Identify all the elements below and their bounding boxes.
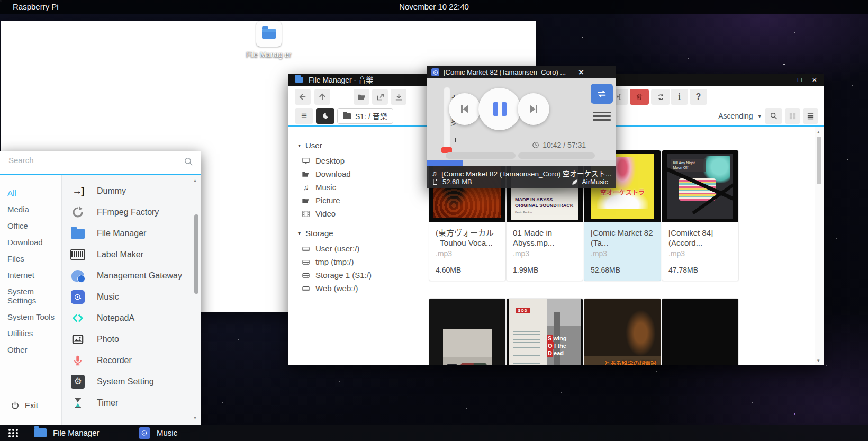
- app-item-ffmpeg-factory[interactable]: FFmpeg Factory: [62, 202, 192, 223]
- arrow-left-icon: [298, 92, 308, 102]
- download-button[interactable]: [391, 89, 406, 105]
- seek-segment[interactable]: [446, 152, 516, 159]
- scrollbar-thumb[interactable]: [194, 214, 198, 294]
- file-card-row2-3[interactable]: とある科学の超電磁砲 A Certain Scientific Railgun: [584, 298, 661, 365]
- app-item-system-setting[interactable]: ⚙ System Setting: [62, 371, 192, 392]
- taskbar-item-music[interactable]: Music: [139, 425, 177, 441]
- app-item-music[interactable]: Music: [62, 286, 192, 308]
- sidebar-item-download[interactable]: Download: [298, 167, 415, 181]
- app-item-dummy[interactable]: →] Dummy: [62, 181, 192, 202]
- app-item-file-manager[interactable]: File Manager: [62, 223, 192, 244]
- scroll-up-icon[interactable]: ▴: [194, 177, 196, 183]
- category-utilities[interactable]: Utilities: [0, 325, 61, 341]
- player-minimize-button[interactable]: –: [559, 66, 571, 78]
- chevron-down-icon: ▾: [298, 142, 301, 148]
- grid-view-button[interactable]: [785, 108, 800, 124]
- sidebar-item-tmp-drive[interactable]: tmp (tmp:/): [298, 255, 415, 268]
- playback-time: 10:42 / 57:31: [532, 141, 586, 149]
- sidebar-section-storage[interactable]: ▾ Storage: [298, 229, 415, 238]
- previous-track-button[interactable]: [449, 93, 481, 125]
- app-grid-icon[interactable]: [8, 429, 11, 431]
- sort-order-dropdown[interactable]: Ascending ▾: [715, 108, 765, 124]
- folder-open-icon: [357, 92, 367, 102]
- close-button[interactable]: ×: [808, 74, 821, 86]
- back-button[interactable]: [295, 89, 311, 105]
- category-download[interactable]: Download: [0, 234, 61, 250]
- scrollbar-thumb[interactable]: [817, 137, 821, 184]
- menu-button[interactable]: ≡: [295, 108, 313, 124]
- pause-button[interactable]: [478, 88, 521, 130]
- file-card-row2-2[interactable]: SOD Swing Of the Dead TOHO JAZZY VOCAL: [506, 298, 583, 365]
- player-body: + Volume 10:42 / 57:31: [427, 78, 616, 166]
- search-input[interactable]: [7, 155, 179, 165]
- app-item-management-gateway[interactable]: Management Gateway: [62, 265, 192, 286]
- scroll-down-icon[interactable]: ▾: [817, 358, 820, 363]
- picture-icon: [70, 332, 85, 347]
- next-track-button[interactable]: [518, 93, 549, 125]
- breadcrumb[interactable]: S1: / 音樂: [337, 108, 393, 124]
- file-card-comiket-84[interactable]: Kill Any Night Moon Off [Comiket 84](Acc…: [662, 150, 739, 281]
- sidebar-item-music[interactable]: ♫ Music: [298, 181, 415, 194]
- player-menu-button[interactable]: [593, 108, 611, 124]
- category-other[interactable]: Other: [0, 341, 61, 358]
- sidebar-item-storage1-drive[interactable]: Storage 1 (S1:/): [298, 268, 415, 282]
- music-note-icon: ♫: [302, 183, 310, 192]
- film-icon: [302, 210, 310, 218]
- help-button[interactable]: ?: [690, 89, 707, 105]
- sidebar-item-picture[interactable]: Picture: [298, 194, 415, 207]
- progress-bar[interactable]: [427, 160, 616, 166]
- open-external-button[interactable]: [372, 89, 388, 105]
- category-internet[interactable]: Internet: [0, 267, 61, 283]
- sidebar-item-user-drive[interactable]: User (user:/): [298, 242, 415, 255]
- sidebar-item-video[interactable]: Video: [298, 207, 415, 220]
- hourglass-icon: [70, 395, 85, 410]
- player-titlebar[interactable]: [Comic Market 82 (Tamaonsen_Coro) ... – …: [427, 66, 616, 78]
- info-button[interactable]: i: [671, 89, 688, 105]
- app-item-recorder[interactable]: Recorder: [62, 350, 192, 371]
- repeat-mode-button[interactable]: [591, 84, 613, 104]
- minimize-button[interactable]: –: [777, 74, 791, 86]
- open-folder-button[interactable]: [354, 89, 369, 105]
- desktop: Raspberry Pi November 10 22:40 File Mana…: [0, 0, 868, 441]
- category-office[interactable]: Office: [0, 218, 61, 234]
- category-media[interactable]: Media: [0, 201, 61, 218]
- exit-button[interactable]: Exit: [0, 401, 72, 410]
- music-note-icon: ♫: [432, 169, 437, 177]
- category-system-settings[interactable]: System Settings: [0, 283, 61, 309]
- grid-view-icon: [789, 112, 797, 120]
- player-close-button[interactable]: ×: [575, 66, 587, 78]
- maximize-button[interactable]: □: [793, 74, 807, 86]
- file-grid-scrollbar[interactable]: ▴ ▾: [815, 127, 824, 365]
- file-card-row2-1[interactable]: (ボクノート) スキマスイッチ: [429, 298, 506, 365]
- app-item-timer[interactable]: Timer: [62, 392, 192, 413]
- list-view-button[interactable]: [803, 108, 818, 124]
- delete-button[interactable]: [630, 89, 649, 105]
- app-item-notepada[interactable]: NotepadA: [62, 308, 192, 329]
- refresh-button[interactable]: [651, 89, 670, 105]
- scroll-down-icon[interactable]: ▾: [194, 415, 196, 420]
- category-files[interactable]: Files: [0, 250, 61, 267]
- drive-icon: [302, 258, 310, 266]
- category-all[interactable]: All: [0, 185, 61, 201]
- blue-folder-icon: [295, 77, 303, 83]
- folder-open-icon: [302, 196, 310, 205]
- dark-mode-toggle[interactable]: [316, 108, 334, 124]
- sidebar-item-desktop[interactable]: Desktop: [298, 154, 415, 167]
- search-button[interactable]: [765, 108, 782, 124]
- category-system-tools[interactable]: System Tools: [0, 309, 61, 325]
- file-card-row2-4[interactable]: [662, 298, 739, 365]
- app-item-photo[interactable]: Photo: [62, 329, 192, 350]
- scroll-up-icon[interactable]: ▴: [817, 129, 820, 134]
- shield-badge-icon: [70, 268, 85, 283]
- app-list-scrollbar[interactable]: ▴ ▾: [193, 177, 200, 420]
- app-item-label-maker[interactable]: Label Maker: [62, 244, 192, 265]
- taskbar-item-file-manager[interactable]: File Manager: [34, 425, 100, 441]
- sidebar-item-web-drive[interactable]: Web (web:/): [298, 282, 415, 295]
- arrow-up-icon: [318, 92, 327, 102]
- sidebar-section-user[interactable]: ▾ User: [298, 141, 415, 150]
- seek-segment[interactable]: [518, 152, 595, 159]
- download-icon: [394, 93, 403, 102]
- search-icon: [770, 112, 778, 120]
- up-button[interactable]: [314, 89, 330, 105]
- album-art: (ボクノート) スキマスイッチ: [429, 299, 505, 365]
